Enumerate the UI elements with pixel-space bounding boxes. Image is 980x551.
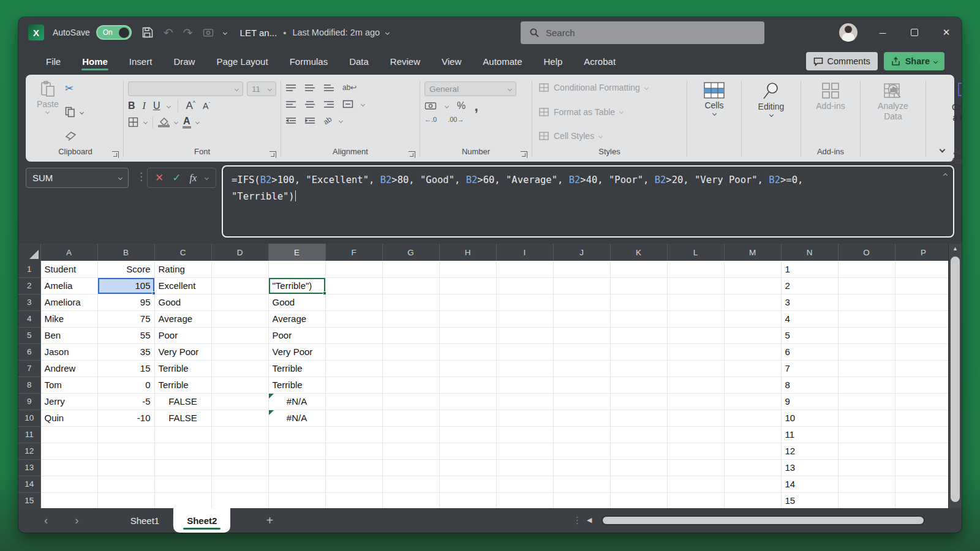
- increase-indent-button[interactable]: [304, 117, 315, 124]
- cell-H5[interactable]: [439, 327, 496, 343]
- cell-B13[interactable]: [97, 459, 154, 476]
- title-dropdown-chevron-icon[interactable]: [385, 30, 390, 34]
- cell-K9[interactable]: [610, 393, 667, 410]
- cell-N13[interactable]: 13: [781, 459, 838, 476]
- cell-G8[interactable]: [382, 377, 439, 393]
- comma-style-button[interactable]: ,: [474, 103, 478, 109]
- cell-N7[interactable]: 7: [781, 360, 838, 377]
- cell-I7[interactable]: [496, 360, 553, 377]
- cell-L4[interactable]: [667, 310, 724, 327]
- cell-M12[interactable]: [724, 443, 781, 459]
- cell-C2[interactable]: Excellent: [154, 277, 211, 294]
- cell-H8[interactable]: [439, 377, 496, 393]
- cell-P9[interactable]: [895, 393, 952, 410]
- cell-F3[interactable]: [325, 294, 382, 310]
- cell-G2[interactable]: [382, 277, 439, 294]
- align-top-button[interactable]: [285, 84, 296, 92]
- merge-center-button[interactable]: [342, 100, 353, 108]
- cell-D12[interactable]: [211, 443, 268, 459]
- cell-N12[interactable]: 12: [781, 443, 838, 459]
- cell-M6[interactable]: [724, 343, 781, 360]
- cell-A7[interactable]: Andrew: [40, 360, 97, 377]
- paste-button[interactable]: Paste: [32, 78, 64, 147]
- cell-G11[interactable]: [382, 426, 439, 443]
- cell-K13[interactable]: [610, 459, 667, 476]
- cell-L14[interactable]: [667, 476, 724, 492]
- selection-fill-handle[interactable]: [152, 291, 156, 295]
- cell-E2[interactable]: "Terrible"): [268, 277, 325, 294]
- cell-H11[interactable]: [439, 426, 496, 443]
- format-painter-button[interactable]: [65, 130, 83, 142]
- cell-G12[interactable]: [382, 443, 439, 459]
- cell-N8[interactable]: 8: [781, 377, 838, 393]
- cell-J7[interactable]: [553, 360, 610, 377]
- cell-A11[interactable]: [40, 426, 97, 443]
- cell-P14[interactable]: [895, 476, 952, 492]
- cell-F13[interactable]: [325, 459, 382, 476]
- column-header-E[interactable]: E: [268, 244, 325, 261]
- cell-P13[interactable]: [895, 459, 952, 476]
- cell-M9[interactable]: [724, 393, 781, 410]
- cancel-entry-button[interactable]: ✕: [155, 171, 164, 184]
- menu-formulas[interactable]: Formulas: [289, 50, 329, 73]
- cell-D5[interactable]: [211, 327, 268, 343]
- select-all-corner[interactable]: [18, 244, 40, 261]
- next-sheet-button[interactable]: ›: [75, 514, 78, 527]
- cell-I2[interactable]: [496, 277, 553, 294]
- cell-C8[interactable]: Terrible: [154, 377, 211, 393]
- copy-chevron-icon[interactable]: [80, 110, 84, 114]
- cell-J11[interactable]: [553, 426, 610, 443]
- cell-D1[interactable]: [211, 261, 268, 277]
- copy-picture-icon[interactable]: [203, 28, 214, 37]
- cell-P5[interactable]: [895, 327, 952, 343]
- cell-L3[interactable]: [667, 294, 724, 310]
- create-pdf-button[interactable]: Createa PDF: [948, 78, 962, 147]
- cell-P11[interactable]: [895, 426, 952, 443]
- cell-K8[interactable]: [610, 377, 667, 393]
- column-header-P[interactable]: P: [895, 244, 952, 261]
- cell-N10[interactable]: 10: [781, 410, 838, 426]
- cell-D7[interactable]: [211, 360, 268, 377]
- cell-O15[interactable]: [838, 492, 895, 508]
- save-icon[interactable]: [141, 26, 154, 39]
- font-color-button[interactable]: A: [183, 116, 190, 129]
- cell-G5[interactable]: [382, 327, 439, 343]
- column-header-D[interactable]: D: [211, 244, 268, 261]
- cell-L5[interactable]: [667, 327, 724, 343]
- row-header-15[interactable]: 15: [18, 492, 40, 508]
- cell-M2[interactable]: [724, 277, 781, 294]
- cell-E8[interactable]: Terrible: [268, 377, 325, 393]
- cell-K2[interactable]: [610, 277, 667, 294]
- cell-G1[interactable]: [382, 261, 439, 277]
- search-input[interactable]: Search: [521, 21, 764, 44]
- document-title-area[interactable]: LET an... • Last Modified: 2m ago: [240, 28, 390, 38]
- font-name-select[interactable]: [128, 81, 243, 96]
- scroll-up-icon[interactable]: ▲: [949, 246, 962, 252]
- cell-D13[interactable]: [211, 459, 268, 476]
- cell-F9[interactable]: [325, 393, 382, 410]
- cell-N9[interactable]: 9: [781, 393, 838, 410]
- cell-K15[interactable]: [610, 492, 667, 508]
- cell-I1[interactable]: [496, 261, 553, 277]
- cell-C9[interactable]: FALSE: [154, 393, 211, 410]
- cell-K5[interactable]: [610, 327, 667, 343]
- cut-icon[interactable]: ✂: [65, 82, 74, 95]
- cell-E7[interactable]: Terrible: [268, 360, 325, 377]
- row-header-12[interactable]: 12: [18, 443, 40, 459]
- cell-G14[interactable]: [382, 476, 439, 492]
- cell-C15[interactable]: [154, 492, 211, 508]
- cell-M7[interactable]: [724, 360, 781, 377]
- cell-I14[interactable]: [496, 476, 553, 492]
- grow-font-button[interactable]: A^: [186, 100, 195, 112]
- cell-D4[interactable]: [211, 310, 268, 327]
- cell-J8[interactable]: [553, 377, 610, 393]
- minimize-button[interactable]: ─: [876, 28, 889, 38]
- cell-P4[interactable]: [895, 310, 952, 327]
- row-header-8[interactable]: 8: [18, 377, 40, 393]
- accounting-format-button[interactable]: [424, 102, 437, 110]
- add-sheet-button[interactable]: +: [266, 514, 273, 528]
- font-dialog-launcher[interactable]: [270, 151, 276, 158]
- menu-automate[interactable]: Automate: [482, 50, 522, 73]
- cell-A5[interactable]: Ben: [40, 327, 97, 343]
- collapse-formula-bar-chevron-icon[interactable]: [943, 173, 948, 178]
